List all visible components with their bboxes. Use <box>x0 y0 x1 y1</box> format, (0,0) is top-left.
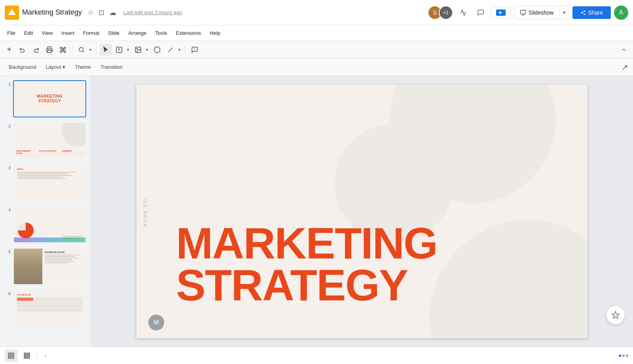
slide-thumbnail-3[interactable]: INTRO <box>13 164 86 201</box>
redo-button[interactable] <box>30 44 42 56</box>
slide-grid-view-button[interactable] <box>21 349 33 362</box>
svg-rect-0 <box>520 10 525 14</box>
undo-button[interactable] <box>17 44 28 56</box>
slide-item-6[interactable]: 6 ACTION PLAN <box>3 289 87 328</box>
slideshow-button[interactable]: Slideshow <box>514 6 560 19</box>
shape-button[interactable] <box>151 44 163 56</box>
menu-file[interactable]: File <box>3 28 19 38</box>
print-button[interactable] <box>44 44 55 56</box>
bottombar-separator <box>36 351 37 360</box>
collapse-toolbar-button[interactable] <box>618 44 630 56</box>
slideshow-button-group: Slideshow ▾ <box>514 6 569 19</box>
svg-line-12 <box>169 47 173 52</box>
slide-indicator-dots <box>619 355 628 357</box>
svg-rect-15 <box>8 353 10 355</box>
line-control: ▾ <box>165 44 182 56</box>
slide-thumbnail-5[interactable]: EUGENE MILLWOOD <box>13 248 86 285</box>
slide-canvas[interactable]: ACME CO. MARKETING STRATEGY M <box>136 85 588 338</box>
menu-view[interactable]: View <box>38 28 57 38</box>
slide-main-title[interactable]: MARKETING STRATEGY <box>176 223 564 307</box>
svg-rect-3 <box>48 50 51 53</box>
slide-item-3[interactable]: 3 INTRO <box>3 163 87 202</box>
layout-button[interactable]: Layout ▾ <box>42 61 69 74</box>
slide-number-5: 5 <box>4 248 11 254</box>
dot-1 <box>619 355 621 357</box>
collapse-panel-button[interactable]: ‹ <box>40 350 51 361</box>
menu-help[interactable]: Help <box>206 28 224 38</box>
paint-format-button[interactable] <box>57 44 69 56</box>
layout-dropdown-arrow: ▾ <box>63 64 65 70</box>
slide-thumbnail-1[interactable]: MARKETINGSTRATEGY <box>13 80 86 117</box>
share-button[interactable]: Share <box>572 6 611 19</box>
zoom-dropdown-button[interactable]: ▾ <box>87 44 93 56</box>
menu-arrange[interactable]: Arrange <box>124 28 150 38</box>
select-tool-button[interactable] <box>100 44 112 56</box>
zoom-control: ▾ <box>76 44 93 56</box>
app-icon[interactable] <box>5 6 19 20</box>
slideshow-dropdown-button[interactable]: ▾ <box>560 6 569 19</box>
toolbar-separator-3 <box>185 46 186 54</box>
svg-rect-18 <box>12 356 14 358</box>
add-comment-button[interactable] <box>189 44 201 56</box>
meet-button[interactable] <box>491 7 511 19</box>
topbar: Marketing Strategy ☆ ⊡ ☁ Last edit was 3… <box>0 0 633 25</box>
slide-item-5[interactable]: 5 EUGENE MILLWOOD <box>3 247 87 286</box>
toolbar-right <box>618 44 630 56</box>
slide-item-2[interactable]: 2 OUR CURRENT STATE GO-TO STRATEGY SUMMA… <box>3 121 87 160</box>
theme-button[interactable]: Theme <box>71 61 95 74</box>
menu-slide[interactable]: Slide <box>104 28 123 38</box>
slide-user-avatar: M <box>148 315 164 330</box>
background-button[interactable]: Background <box>5 61 40 74</box>
cursor-icon: ↗ <box>622 62 628 72</box>
acme-logo-area: ACME CO. <box>143 85 148 338</box>
menu-tools[interactable]: Tools <box>151 28 171 38</box>
svg-rect-16 <box>12 353 14 355</box>
slide-number-6: 6 <box>4 290 11 296</box>
slide-item-4[interactable]: 4 <box>3 205 87 244</box>
slide-thumbnail-2[interactable]: OUR CURRENT STATE GO-TO STRATEGY SUMMARY <box>13 122 86 159</box>
topbar-right: S +1 Slideshow ▾ Share A <box>428 6 628 20</box>
slide-number-2: 2 <box>4 122 11 128</box>
line-button[interactable] <box>165 44 176 56</box>
slide-number-4: 4 <box>4 206 11 212</box>
last-edit-label[interactable]: Last edit was 3 hours ago <box>123 9 182 15</box>
transition-button[interactable]: Transition <box>97 61 127 74</box>
activity-button[interactable] <box>456 6 470 20</box>
dot-3 <box>626 355 628 357</box>
formattingbar: Background Layout ▾ Theme Transition ↗ <box>0 58 633 76</box>
menu-insert[interactable]: Insert <box>57 28 78 38</box>
zoom-button[interactable] <box>76 44 87 56</box>
dot-2 <box>622 355 625 357</box>
toolbar-separator-2 <box>96 46 97 54</box>
image-control: ▾ <box>132 44 150 56</box>
line-dropdown-button[interactable]: ▾ <box>176 44 182 56</box>
slide-title-line1: MARKETING STRATEGY <box>176 223 564 307</box>
document-title: Marketing Strategy <box>22 8 82 17</box>
collaborator-avatar-2[interactable]: +1 <box>439 6 453 20</box>
star-icon[interactable]: ☆ <box>87 8 94 17</box>
slide-item-1[interactable]: 1 MARKETINGSTRATEGY <box>3 79 87 119</box>
menu-format[interactable]: Format <box>79 28 103 38</box>
menu-edit[interactable]: Edit <box>20 28 37 38</box>
slide-panel: 1 MARKETINGSTRATEGY 2 OUR CURRENT STATE <box>0 76 91 347</box>
svg-rect-20 <box>24 355 30 356</box>
bottombar: ‹ <box>0 347 633 364</box>
magic-button[interactable] <box>606 306 625 324</box>
slide-list-view-button[interactable] <box>5 349 17 362</box>
main-area: 1 MARKETINGSTRATEGY 2 OUR CURRENT STATE <box>0 76 633 347</box>
canvas-area[interactable]: ACME CO. MARKETING STRATEGY M <box>91 76 633 347</box>
menu-extensions[interactable]: Extensions <box>172 28 205 38</box>
cloud-icon[interactable]: ☁ <box>109 8 116 17</box>
image-dropdown-button[interactable]: ▾ <box>144 44 150 56</box>
textbox-dropdown-button[interactable]: ▾ <box>125 44 131 56</box>
slide-thumbnail-4[interactable] <box>13 206 86 243</box>
comment-button[interactable] <box>474 6 488 20</box>
add-slide-button[interactable]: + <box>3 44 15 56</box>
textbox-control: ▾ <box>113 44 131 56</box>
user-avatar-button[interactable]: A <box>614 6 628 20</box>
slide-thumbnail-6[interactable]: ACTION PLAN <box>13 290 86 327</box>
textbox-button[interactable] <box>113 44 125 56</box>
drive-icon[interactable]: ⊡ <box>99 8 104 17</box>
svg-rect-21 <box>24 357 30 358</box>
image-button[interactable] <box>132 44 144 56</box>
